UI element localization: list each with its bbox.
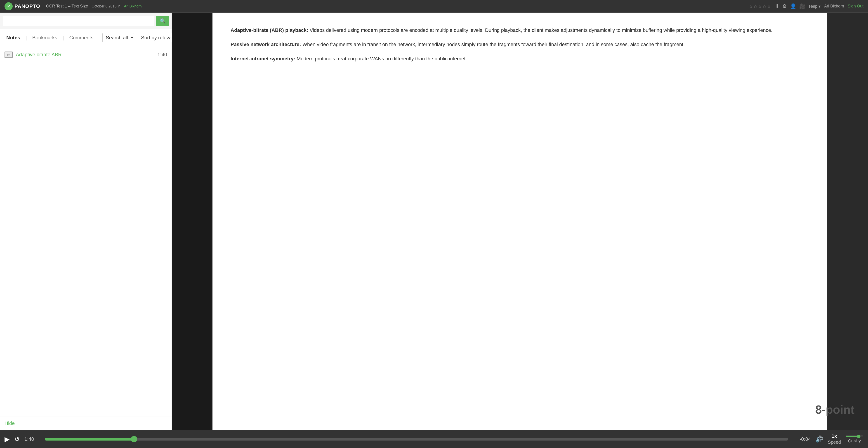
slide-text: Adaptive-bitrate (ABR) playback: Videos …: [230, 26, 809, 69]
quality-slider[interactable]: [845, 435, 864, 438]
search-input[interactable]: "Adaptive-bitrate (ABR)": [3, 16, 154, 26]
play-button[interactable]: ▶: [4, 435, 10, 443]
text-1: Videos delivered using modern protocols …: [310, 27, 773, 33]
filter-row: Notes | Bookmarks | Comments Search all …: [0, 29, 172, 46]
top-icons: ⬇ ⚙ 👤 🎥: [775, 3, 805, 9]
hide-link[interactable]: Hide: [4, 420, 167, 426]
video-black-left: [172, 13, 213, 430]
left-panel: "Adaptive-bitrate (ABR)" 🔍 Notes | Bookm…: [0, 13, 172, 430]
term-1: Adaptive-bitrate (ABR) playback:: [230, 27, 308, 33]
list-item[interactable]: ▤ Adaptive bitrate ABR 1:40: [0, 49, 172, 61]
search-icon: 🔍: [160, 18, 166, 24]
logo: P PANOPTO: [4, 2, 40, 10]
tab-bookmarks[interactable]: Bookmarks: [31, 34, 59, 41]
download-icon[interactable]: ⬇: [775, 3, 779, 9]
share-icon[interactable]: 👤: [790, 3, 796, 9]
tab-notes[interactable]: Notes: [4, 34, 22, 41]
quality-section: Quality: [845, 435, 864, 444]
play-icon: ▶: [4, 435, 10, 443]
rewind-button[interactable]: ↺: [14, 435, 20, 443]
star-rating[interactable]: ☆☆☆☆☆: [749, 4, 772, 9]
panopto-logo-icon: P: [4, 2, 13, 10]
search-button[interactable]: 🔍: [156, 16, 169, 26]
quality-label: Quality: [848, 439, 861, 444]
search-all-select[interactable]: Search all: [102, 33, 134, 42]
side-nav: Hide: [0, 417, 172, 430]
term-3: Internet-intranet symmetry:: [230, 56, 295, 62]
speed-label: Speed: [828, 440, 841, 445]
progress-fill: [45, 438, 134, 441]
video-area: Adaptive-bitrate (ABR) playback: Videos …: [172, 13, 868, 430]
speed-section: 1x Speed: [828, 433, 841, 445]
topbar: P PANOPTO OCR Test 1 – Text Size October…: [0, 0, 868, 13]
text-3: Modern protocols treat corporate WANs no…: [297, 56, 467, 62]
current-time: 1:40: [24, 436, 40, 442]
progress-bar[interactable]: [45, 438, 788, 441]
text-2: When video fragments are in transit on t…: [303, 41, 685, 47]
logo-text: PANOPTO: [14, 3, 40, 9]
quality-slider-container: [845, 435, 864, 438]
term-2: Passive network architecture:: [230, 41, 301, 47]
main-layout: "Adaptive-bitrate (ABR)" 🔍 Notes | Bookm…: [0, 13, 868, 430]
video-content: Adaptive-bitrate (ABR) playback: Videos …: [213, 13, 827, 430]
author-link[interactable]: Ari Bixhorn: [124, 4, 142, 8]
page-title: OCR Test 1 – Text Size: [46, 4, 88, 8]
tab-comments[interactable]: Comments: [68, 34, 95, 41]
bottom-controls: ▶ ↺ 1:40 -0:04 🔊 1x Speed Quality: [0, 430, 868, 448]
help-button[interactable]: Help ▾: [809, 4, 820, 9]
result-title[interactable]: Adaptive bitrate ABR: [16, 52, 154, 58]
date-text: October 6 2015 in: [92, 4, 120, 8]
results-list: ▤ Adaptive bitrate ABR 1:40: [0, 46, 172, 417]
settings-icon[interactable]: ⚙: [782, 3, 787, 9]
result-doc-icon: ▤: [4, 52, 13, 58]
progress-thumb[interactable]: [131, 436, 137, 442]
volume-button[interactable]: 🔊: [815, 435, 823, 443]
speed-value: 1x: [832, 433, 837, 439]
search-bar: "Adaptive-bitrate (ABR)" 🔍: [0, 13, 172, 29]
user-name: Ari Bixhorn: [824, 4, 844, 8]
result-time: 1:40: [157, 52, 167, 58]
video-icon[interactable]: 🎥: [799, 3, 805, 9]
rewind-icon: ↺: [14, 435, 20, 443]
time-remaining: -0:04: [793, 436, 811, 442]
signout-button[interactable]: Sign Out: [848, 4, 864, 8]
